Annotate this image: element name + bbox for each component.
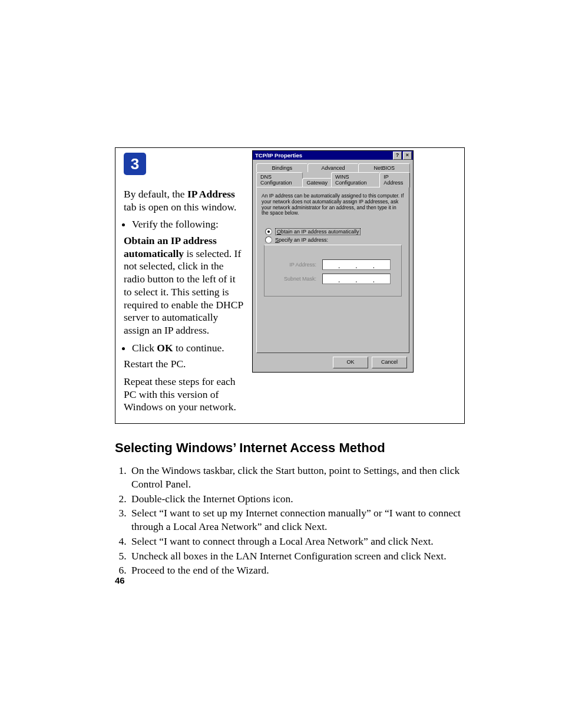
ip-seg-2[interactable]	[340, 260, 355, 269]
intro-paragraph: By default, the IP Address tab is open o…	[124, 188, 244, 213]
text: By default, the	[124, 188, 187, 200]
step-box: 3 By default, the IP Address tab is open…	[115, 147, 465, 424]
mask-seg-4[interactable]	[375, 274, 390, 284]
instruction-item: Proceed to the end of the Wizard.	[129, 564, 465, 577]
ok-button[interactable]: OK	[333, 357, 368, 368]
radio-specify-ip[interactable]: Specify an IP address:	[265, 236, 404, 243]
tcpip-properties-dialog: TCP/IP Properties ? × Bindings Advanced …	[252, 150, 414, 373]
radio-icon[interactable]	[265, 228, 272, 235]
ok-bold: OK	[157, 342, 173, 354]
tabs-row-2: DNS Configuration Gateway WINS Configura…	[256, 172, 409, 187]
subnet-mask-input[interactable]: . . .	[322, 274, 391, 284]
ip-address-input[interactable]: . . .	[322, 259, 391, 270]
bullet-verify: Verify the following:	[132, 218, 244, 231]
dialog-title: TCP/IP Properties	[255, 152, 302, 159]
tab-ip-address[interactable]: IP Address	[379, 172, 410, 187]
text: Click	[132, 342, 157, 354]
obtain-ip-paragraph: Obtain an IP address automatically is se…	[124, 235, 244, 337]
page-number: 46	[115, 575, 125, 585]
mask-seg-3[interactable]	[358, 274, 373, 284]
close-button[interactable]: ×	[403, 151, 412, 160]
bullet-click-ok: Click OK to continue.	[132, 342, 244, 355]
step-number-badge: 3	[124, 153, 146, 175]
mask-seg-1[interactable]	[323, 274, 338, 284]
instruction-list: On the Windows taskbar, click the Start …	[115, 464, 465, 577]
right-column: TCP/IP Properties ? × Bindings Advanced …	[249, 148, 464, 423]
tab-gateway[interactable]: Gateway	[302, 178, 332, 187]
titlebar[interactable]: TCP/IP Properties ? ×	[253, 151, 413, 160]
tab-panel-ip-address: An IP address can be automatically assig…	[256, 187, 409, 353]
repeat-paragraph: Repeat these steps for each PC with this…	[124, 375, 244, 414]
cancel-button[interactable]: Cancel	[372, 357, 407, 368]
ip-fieldset: IP Address: . . . Subnet Mask:	[264, 245, 402, 297]
instruction-item: On the Windows taskbar, click the Start …	[129, 464, 465, 491]
ip-seg-4[interactable]	[375, 260, 390, 269]
instruction-item: Double-click the Internet Options icon.	[129, 492, 465, 506]
instruction-item: Select “I want to connect through a Loca…	[129, 535, 465, 548]
tab-bindings[interactable]: Bindings	[256, 163, 308, 172]
instruction-item: Select “I want to set up my Internet con…	[129, 506, 465, 533]
help-button[interactable]: ?	[393, 151, 402, 160]
ip-seg-1[interactable]	[323, 260, 338, 269]
section-heading: Selecting Windows’ Internet Access Metho…	[115, 440, 465, 456]
tab-advanced[interactable]: Advanced	[308, 163, 359, 172]
subnet-mask-label: Subnet Mask:	[276, 276, 322, 282]
radio-obtain-auto[interactable]: Obtain an IP address automatically	[265, 228, 404, 235]
tabs-row-1: Bindings Advanced NetBIOS	[256, 163, 409, 172]
text: is selected. If not selected, click in t…	[124, 248, 243, 336]
ip-address-bold: IP Address	[187, 188, 235, 200]
restart-paragraph: Restart the PC.	[124, 358, 244, 371]
radio-specify-ip-label: Specify an IP address:	[275, 237, 328, 243]
ip-address-label: IP Address:	[276, 262, 322, 268]
instruction-item: Uncheck all boxes in the LAN Internet Co…	[129, 549, 465, 563]
text: tab is open on this window.	[124, 201, 236, 213]
text: to continue.	[173, 342, 224, 354]
tab-wins-configuration[interactable]: WINS Configuration	[331, 172, 380, 187]
radio-obtain-auto-label: Obtain an IP address automatically	[275, 228, 361, 235]
left-column: 3 By default, the IP Address tab is open…	[115, 148, 249, 423]
ip-seg-3[interactable]	[358, 260, 373, 269]
tab-description: An IP address can be automatically assig…	[262, 193, 404, 216]
mask-seg-2[interactable]	[340, 274, 355, 284]
radio-icon[interactable]	[265, 236, 272, 243]
tab-dns-configuration[interactable]: DNS Configuration	[256, 172, 303, 187]
tab-netbios[interactable]: NetBIOS	[358, 163, 410, 172]
